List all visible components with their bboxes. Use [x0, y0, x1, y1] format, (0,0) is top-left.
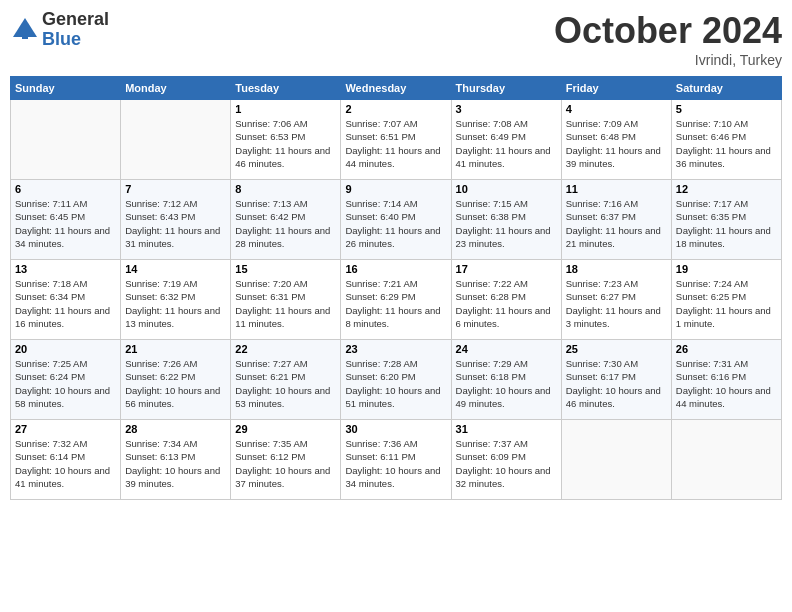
day-number: 16: [345, 263, 446, 275]
calendar-cell: 28Sunrise: 7:34 AM Sunset: 6:13 PM Dayli…: [121, 420, 231, 500]
day-info: Sunrise: 7:36 AM Sunset: 6:11 PM Dayligh…: [345, 437, 446, 490]
day-number: 9: [345, 183, 446, 195]
day-info: Sunrise: 7:23 AM Sunset: 6:27 PM Dayligh…: [566, 277, 667, 330]
day-info: Sunrise: 7:30 AM Sunset: 6:17 PM Dayligh…: [566, 357, 667, 410]
calendar-cell: 7Sunrise: 7:12 AM Sunset: 6:43 PM Daylig…: [121, 180, 231, 260]
calendar-cell: 4Sunrise: 7:09 AM Sunset: 6:48 PM Daylig…: [561, 100, 671, 180]
page-header: General Blue October 2024 Ivrindi, Turke…: [10, 10, 782, 68]
day-number: 8: [235, 183, 336, 195]
day-number: 15: [235, 263, 336, 275]
day-number: 7: [125, 183, 226, 195]
day-number: 10: [456, 183, 557, 195]
calendar-cell: [11, 100, 121, 180]
calendar-cell: 16Sunrise: 7:21 AM Sunset: 6:29 PM Dayli…: [341, 260, 451, 340]
day-number: 6: [15, 183, 116, 195]
calendar-cell: 8Sunrise: 7:13 AM Sunset: 6:42 PM Daylig…: [231, 180, 341, 260]
calendar-cell: 10Sunrise: 7:15 AM Sunset: 6:38 PM Dayli…: [451, 180, 561, 260]
calendar-cell: 18Sunrise: 7:23 AM Sunset: 6:27 PM Dayli…: [561, 260, 671, 340]
day-info: Sunrise: 7:24 AM Sunset: 6:25 PM Dayligh…: [676, 277, 777, 330]
day-info: Sunrise: 7:34 AM Sunset: 6:13 PM Dayligh…: [125, 437, 226, 490]
day-info: Sunrise: 7:07 AM Sunset: 6:51 PM Dayligh…: [345, 117, 446, 170]
weekday-header-monday: Monday: [121, 77, 231, 100]
weekday-header-thursday: Thursday: [451, 77, 561, 100]
calendar-cell: 2Sunrise: 7:07 AM Sunset: 6:51 PM Daylig…: [341, 100, 451, 180]
day-number: 5: [676, 103, 777, 115]
calendar-cell: 30Sunrise: 7:36 AM Sunset: 6:11 PM Dayli…: [341, 420, 451, 500]
calendar-cell: 17Sunrise: 7:22 AM Sunset: 6:28 PM Dayli…: [451, 260, 561, 340]
calendar-cell: 27Sunrise: 7:32 AM Sunset: 6:14 PM Dayli…: [11, 420, 121, 500]
calendar-cell: 24Sunrise: 7:29 AM Sunset: 6:18 PM Dayli…: [451, 340, 561, 420]
day-number: 28: [125, 423, 226, 435]
svg-rect-1: [22, 31, 28, 39]
day-number: 30: [345, 423, 446, 435]
day-info: Sunrise: 7:11 AM Sunset: 6:45 PM Dayligh…: [15, 197, 116, 250]
day-info: Sunrise: 7:28 AM Sunset: 6:20 PM Dayligh…: [345, 357, 446, 410]
day-info: Sunrise: 7:19 AM Sunset: 6:32 PM Dayligh…: [125, 277, 226, 330]
day-info: Sunrise: 7:16 AM Sunset: 6:37 PM Dayligh…: [566, 197, 667, 250]
calendar-cell: 14Sunrise: 7:19 AM Sunset: 6:32 PM Dayli…: [121, 260, 231, 340]
weekday-header-wednesday: Wednesday: [341, 77, 451, 100]
day-info: Sunrise: 7:32 AM Sunset: 6:14 PM Dayligh…: [15, 437, 116, 490]
day-number: 26: [676, 343, 777, 355]
day-info: Sunrise: 7:29 AM Sunset: 6:18 PM Dayligh…: [456, 357, 557, 410]
calendar-table: SundayMondayTuesdayWednesdayThursdayFrid…: [10, 76, 782, 500]
calendar-cell: [561, 420, 671, 500]
logo-icon: [10, 15, 40, 45]
calendar-cell: 31Sunrise: 7:37 AM Sunset: 6:09 PM Dayli…: [451, 420, 561, 500]
calendar-cell: [671, 420, 781, 500]
day-info: Sunrise: 7:15 AM Sunset: 6:38 PM Dayligh…: [456, 197, 557, 250]
logo-general: General: [42, 10, 109, 30]
day-number: 1: [235, 103, 336, 115]
calendar-cell: 13Sunrise: 7:18 AM Sunset: 6:34 PM Dayli…: [11, 260, 121, 340]
calendar-cell: 19Sunrise: 7:24 AM Sunset: 6:25 PM Dayli…: [671, 260, 781, 340]
day-info: Sunrise: 7:08 AM Sunset: 6:49 PM Dayligh…: [456, 117, 557, 170]
calendar-cell: 22Sunrise: 7:27 AM Sunset: 6:21 PM Dayli…: [231, 340, 341, 420]
day-info: Sunrise: 7:20 AM Sunset: 6:31 PM Dayligh…: [235, 277, 336, 330]
weekday-header-friday: Friday: [561, 77, 671, 100]
calendar-cell: 21Sunrise: 7:26 AM Sunset: 6:22 PM Dayli…: [121, 340, 231, 420]
day-number: 13: [15, 263, 116, 275]
day-number: 27: [15, 423, 116, 435]
day-number: 22: [235, 343, 336, 355]
calendar-cell: 25Sunrise: 7:30 AM Sunset: 6:17 PM Dayli…: [561, 340, 671, 420]
calendar-cell: 6Sunrise: 7:11 AM Sunset: 6:45 PM Daylig…: [11, 180, 121, 260]
day-number: 2: [345, 103, 446, 115]
day-info: Sunrise: 7:26 AM Sunset: 6:22 PM Dayligh…: [125, 357, 226, 410]
day-number: 18: [566, 263, 667, 275]
calendar-cell: 5Sunrise: 7:10 AM Sunset: 6:46 PM Daylig…: [671, 100, 781, 180]
calendar-cell: 29Sunrise: 7:35 AM Sunset: 6:12 PM Dayli…: [231, 420, 341, 500]
title-block: October 2024 Ivrindi, Turkey: [554, 10, 782, 68]
calendar-cell: 9Sunrise: 7:14 AM Sunset: 6:40 PM Daylig…: [341, 180, 451, 260]
day-info: Sunrise: 7:09 AM Sunset: 6:48 PM Dayligh…: [566, 117, 667, 170]
weekday-header-sunday: Sunday: [11, 77, 121, 100]
calendar-cell: 11Sunrise: 7:16 AM Sunset: 6:37 PM Dayli…: [561, 180, 671, 260]
day-number: 3: [456, 103, 557, 115]
day-info: Sunrise: 7:17 AM Sunset: 6:35 PM Dayligh…: [676, 197, 777, 250]
weekday-header-tuesday: Tuesday: [231, 77, 341, 100]
calendar-cell: 23Sunrise: 7:28 AM Sunset: 6:20 PM Dayli…: [341, 340, 451, 420]
day-info: Sunrise: 7:10 AM Sunset: 6:46 PM Dayligh…: [676, 117, 777, 170]
calendar-cell: 12Sunrise: 7:17 AM Sunset: 6:35 PM Dayli…: [671, 180, 781, 260]
day-number: 17: [456, 263, 557, 275]
day-number: 23: [345, 343, 446, 355]
day-info: Sunrise: 7:12 AM Sunset: 6:43 PM Dayligh…: [125, 197, 226, 250]
day-number: 20: [15, 343, 116, 355]
day-info: Sunrise: 7:14 AM Sunset: 6:40 PM Dayligh…: [345, 197, 446, 250]
day-info: Sunrise: 7:31 AM Sunset: 6:16 PM Dayligh…: [676, 357, 777, 410]
calendar-cell: 1Sunrise: 7:06 AM Sunset: 6:53 PM Daylig…: [231, 100, 341, 180]
day-number: 19: [676, 263, 777, 275]
day-number: 14: [125, 263, 226, 275]
day-number: 12: [676, 183, 777, 195]
day-number: 24: [456, 343, 557, 355]
day-info: Sunrise: 7:37 AM Sunset: 6:09 PM Dayligh…: [456, 437, 557, 490]
calendar-cell: 15Sunrise: 7:20 AM Sunset: 6:31 PM Dayli…: [231, 260, 341, 340]
logo-blue: Blue: [42, 30, 109, 50]
day-number: 4: [566, 103, 667, 115]
day-info: Sunrise: 7:27 AM Sunset: 6:21 PM Dayligh…: [235, 357, 336, 410]
calendar-cell: 20Sunrise: 7:25 AM Sunset: 6:24 PM Dayli…: [11, 340, 121, 420]
day-number: 29: [235, 423, 336, 435]
day-info: Sunrise: 7:21 AM Sunset: 6:29 PM Dayligh…: [345, 277, 446, 330]
weekday-header-saturday: Saturday: [671, 77, 781, 100]
calendar-cell: 26Sunrise: 7:31 AM Sunset: 6:16 PM Dayli…: [671, 340, 781, 420]
month-title: October 2024: [554, 10, 782, 52]
